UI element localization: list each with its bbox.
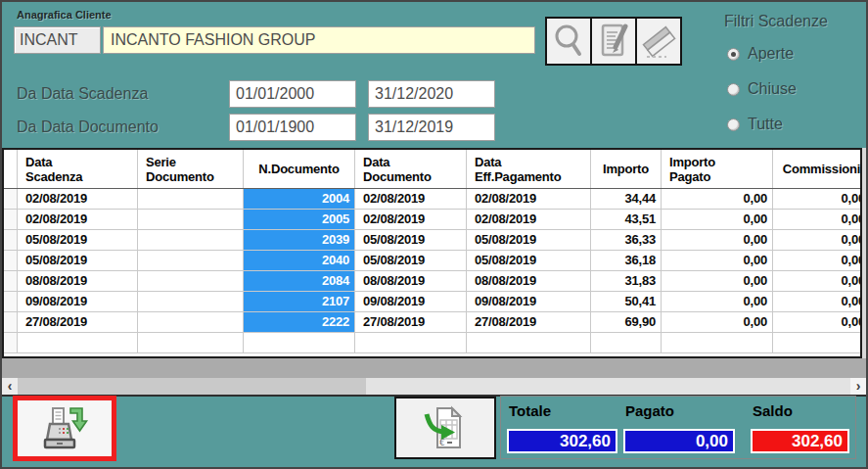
cell-serie-documento[interactable]: [138, 271, 244, 292]
cell-selector[interactable]: [4, 333, 18, 353]
cell-importo[interactable]: 43,51: [591, 210, 662, 230]
cell-data-documento[interactable]: 08/08/2019: [355, 271, 467, 292]
cell-n-documento[interactable]: 2040: [244, 251, 355, 271]
table-row[interactable]: 05/08/2019203905/08/201905/08/201936,330…: [4, 230, 860, 251]
cell-data-documento[interactable]: 09/08/2019: [355, 292, 467, 312]
cell-data-documento[interactable]: 05/08/2019: [355, 230, 467, 251]
cell-commissioni[interactable]: 0,00: [773, 251, 862, 271]
cell-serie-documento[interactable]: [138, 230, 244, 251]
cell-commissioni[interactable]: 0,00: [773, 189, 862, 210]
cell-data-eff-pagamento[interactable]: 05/08/2019: [467, 251, 591, 271]
table-row[interactable]: 05/08/2019204005/08/201905/08/201936,180…: [4, 251, 860, 271]
cell-commissioni[interactable]: 0,00: [773, 312, 862, 333]
cell-data-eff-pagamento[interactable]: [467, 333, 591, 353]
cell-n-documento[interactable]: [244, 333, 355, 353]
cell-importo[interactable]: 31,83: [591, 271, 662, 292]
cell-data-scadenza[interactable]: 05/08/2019: [18, 230, 138, 251]
cell-commissioni[interactable]: 0,00: [773, 292, 862, 312]
table-row[interactable]: 02/08/2019200402/08/201902/08/201934,440…: [4, 189, 860, 210]
search-button[interactable]: [545, 17, 592, 66]
cell-selector[interactable]: [4, 189, 18, 210]
radio-aperte[interactable]: Aperte: [727, 45, 794, 63]
cell-data-eff-pagamento[interactable]: 27/08/2019: [467, 312, 591, 333]
table-row[interactable]: 09/08/2019210709/08/201909/08/201950,410…: [4, 292, 860, 312]
table-row[interactable]: 27/08/2019222227/08/201927/08/201969,900…: [4, 312, 860, 333]
cell-data-scadenza[interactable]: 08/08/2019: [18, 271, 138, 292]
customer-name-input[interactable]: INCANTO FASHION GROUP: [103, 26, 535, 54]
scadenza-from-input[interactable]: 01/01/2000: [229, 80, 356, 108]
customer-code-input[interactable]: INCANT: [14, 26, 101, 54]
vertical-scrollbar-area[interactable]: [862, 148, 866, 358]
cell-importo-pagato[interactable]: 0,00: [662, 271, 773, 292]
scroll-right-arrow[interactable]: ›: [850, 378, 866, 395]
registra-pagamento-button[interactable]: [13, 396, 116, 461]
cell-importo-pagato[interactable]: 0,00: [662, 210, 773, 230]
edit-button[interactable]: [590, 17, 637, 66]
cell-data-eff-pagamento[interactable]: 09/08/2019: [467, 292, 591, 312]
cell-importo-pagato[interactable]: 0,00: [662, 189, 773, 210]
cell-data-documento[interactable]: 02/08/2019: [355, 189, 467, 210]
cell-serie-documento[interactable]: [138, 312, 244, 333]
cell-data-documento[interactable]: 27/08/2019: [355, 312, 467, 333]
cell-data-scadenza[interactable]: 02/08/2019: [18, 210, 138, 230]
cell-serie-documento[interactable]: [138, 292, 244, 312]
cell-data-eff-pagamento[interactable]: 05/08/2019: [467, 230, 591, 251]
table-row[interactable]: 08/08/2019208408/08/201908/08/201931,830…: [4, 271, 860, 292]
cell-importo[interactable]: 69,90: [591, 312, 662, 333]
radio-button-icon[interactable]: [727, 118, 740, 131]
cell-serie-documento[interactable]: [138, 333, 244, 353]
cell-importo[interactable]: 36,18: [591, 251, 662, 271]
export-document-button[interactable]: €: [394, 397, 496, 459]
cell-data-scadenza[interactable]: 09/08/2019: [18, 292, 138, 312]
cell-data-scadenza[interactable]: 02/08/2019: [18, 189, 138, 210]
cell-serie-documento[interactable]: [138, 189, 244, 210]
scadenza-to-input[interactable]: 31/12/2020: [368, 80, 495, 108]
cell-n-documento[interactable]: 2004: [244, 189, 355, 210]
cell-importo-pagato[interactable]: 0,00: [662, 312, 773, 333]
table-row[interactable]: [4, 333, 860, 353]
cell-selector[interactable]: [4, 251, 18, 271]
cell-n-documento[interactable]: 2107: [244, 292, 355, 312]
cell-data-scadenza[interactable]: 05/08/2019: [18, 251, 138, 271]
cell-data-scadenza[interactable]: 27/08/2019: [18, 312, 138, 333]
cell-serie-documento[interactable]: [138, 251, 244, 271]
cell-data-documento[interactable]: 02/08/2019: [355, 210, 467, 230]
scrollbar-thumb[interactable]: [18, 378, 366, 395]
cell-commissioni[interactable]: 0,00: [773, 271, 862, 292]
cell-importo-pagato[interactable]: 0,00: [662, 230, 773, 251]
cell-importo[interactable]: 34,44: [591, 189, 662, 210]
cell-importo-pagato[interactable]: 0,00: [662, 292, 773, 312]
cell-importo[interactable]: 36,33: [591, 230, 662, 251]
cell-importo-pagato[interactable]: [662, 333, 773, 353]
documento-from-input[interactable]: 01/01/1900: [229, 114, 356, 141]
cell-commissioni[interactable]: [773, 333, 862, 353]
table-row[interactable]: 02/08/2019200502/08/201902/08/201943,510…: [4, 210, 860, 230]
cell-data-scadenza[interactable]: [18, 333, 138, 353]
cell-selector[interactable]: [4, 210, 18, 230]
scadenze-grid[interactable]: DataScadenzaSerieDocumentoN.DocumentoDat…: [2, 148, 862, 358]
cell-commissioni[interactable]: 0,00: [773, 210, 862, 230]
radio-button-icon[interactable]: [727, 83, 740, 96]
scroll-left-arrow[interactable]: ‹: [2, 378, 18, 395]
cell-data-documento[interactable]: [355, 333, 467, 353]
erase-button[interactable]: [635, 17, 682, 66]
cell-importo[interactable]: [591, 333, 662, 353]
cell-selector[interactable]: [4, 271, 18, 292]
cell-n-documento[interactable]: 2039: [244, 230, 355, 251]
cell-serie-documento[interactable]: [138, 210, 244, 230]
cell-importo-pagato[interactable]: 0,00: [662, 251, 773, 271]
radio-chiuse[interactable]: Chiuse: [727, 80, 797, 98]
cell-selector[interactable]: [4, 312, 18, 333]
cell-data-eff-pagamento[interactable]: 02/08/2019: [467, 189, 591, 210]
radio-tutte[interactable]: Tutte: [727, 116, 783, 133]
cell-commissioni[interactable]: 0,00: [773, 230, 862, 251]
cell-selector[interactable]: [4, 230, 18, 251]
horizontal-scrollbar[interactable]: ‹ ›: [2, 378, 866, 397]
cell-importo[interactable]: 50,41: [591, 292, 662, 312]
cell-data-documento[interactable]: 05/08/2019: [355, 251, 467, 271]
radio-button-icon[interactable]: [727, 48, 740, 61]
cell-selector[interactable]: [4, 292, 18, 312]
cell-n-documento[interactable]: 2005: [244, 210, 355, 230]
cell-data-eff-pagamento[interactable]: 02/08/2019: [467, 210, 591, 230]
cell-n-documento[interactable]: 2222: [244, 312, 355, 333]
